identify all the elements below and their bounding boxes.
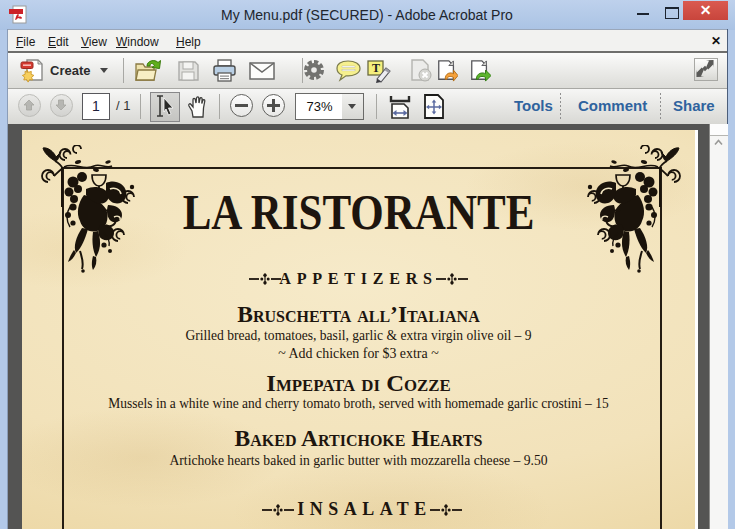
svg-text:T: T — [372, 61, 380, 75]
